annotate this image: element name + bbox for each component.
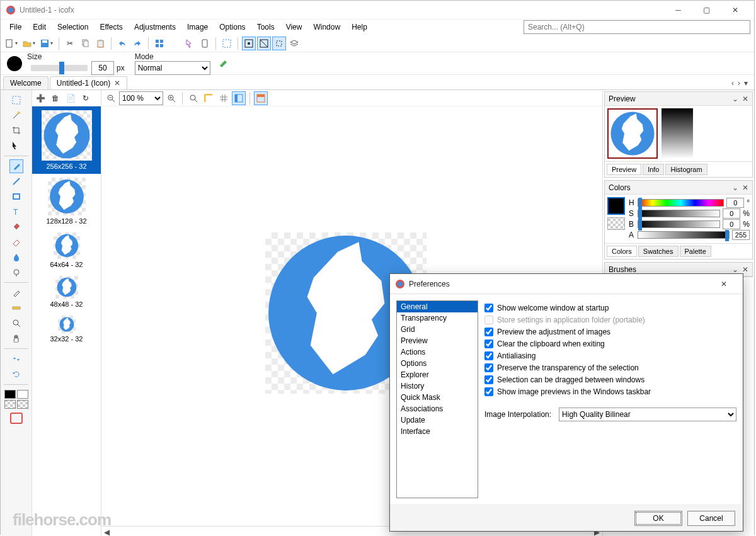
menu-adjustments[interactable]: Adjustments [129, 21, 181, 33]
menu-view[interactable]: View [281, 21, 307, 33]
tab-next[interactable]: › [738, 79, 740, 88]
close-button[interactable]: ✕ [721, 1, 749, 20]
panel-close-icon[interactable]: ✕ [742, 183, 748, 192]
sat-slider[interactable] [638, 210, 720, 217]
maximize-button[interactable]: ▢ [692, 1, 721, 20]
new-button[interactable] [3, 37, 20, 50]
save-button[interactable] [38, 37, 55, 50]
ruler-icon[interactable] [202, 91, 215, 105]
category-item[interactable]: Associations [397, 403, 478, 414]
tool-blur[interactable] [9, 250, 23, 264]
redo-button[interactable] [130, 37, 144, 50]
panel-close-icon[interactable]: ✕ [742, 94, 748, 103]
search-input[interactable] [524, 20, 750, 34]
size-slider[interactable] [31, 65, 88, 71]
menu-image[interactable]: Image [182, 21, 213, 33]
panel-collapse-icon[interactable]: ⌄ [732, 183, 738, 192]
opt-preview-adj[interactable]: Preview the adjustment of images [484, 328, 736, 336]
opt-antialias[interactable]: Antialiasing [484, 351, 736, 360]
category-item[interactable]: Transparency [397, 312, 478, 324]
tool-dodge[interactable] [9, 265, 23, 279]
panel-collapse-icon[interactable]: ⌄ [732, 265, 738, 274]
foreground-color[interactable] [607, 197, 625, 215]
dup-size-icon[interactable]: 📄 [64, 91, 77, 105]
grid-icon[interactable] [217, 91, 231, 105]
menu-edit[interactable]: Edit [28, 21, 51, 33]
thumb-item[interactable]: 32x32 - 32 [32, 312, 101, 346]
brush-extra-icon[interactable] [217, 57, 231, 71]
tool-rotate[interactable] [9, 367, 23, 381]
category-item[interactable]: Update [397, 414, 478, 426]
tool-hand[interactable] [9, 331, 23, 345]
open-button[interactable] [21, 37, 37, 50]
delete-size-icon[interactable]: 🗑 [49, 91, 62, 105]
category-item[interactable]: Grid [397, 324, 478, 335]
opt-welcome[interactable]: Show welcome window at startup [484, 304, 736, 312]
swatch[interactable] [4, 400, 16, 409]
opt-taskbar[interactable]: Show image previews in the Windows taskb… [484, 387, 736, 396]
bri-slider[interactable] [638, 220, 720, 228]
tool-marquee[interactable] [9, 93, 23, 107]
preferences-categories[interactable]: GeneralTransparencyGridPreviewActionsOpt… [396, 300, 478, 498]
alpha-input[interactable] [732, 230, 750, 240]
tool-eyedropper[interactable] [9, 286, 23, 300]
guides-icon[interactable] [272, 37, 286, 50]
close-tab-icon[interactable]: ✕ [114, 79, 120, 88]
tab-menu[interactable]: ▾ [744, 79, 748, 88]
tool-move[interactable] [9, 139, 23, 152]
tool-rect[interactable] [9, 190, 23, 203]
mode-select[interactable]: Normal [135, 61, 210, 75]
grid-center-icon[interactable] [242, 37, 256, 50]
category-item[interactable]: Quick Mask [397, 392, 478, 403]
zoom-select[interactable]: 100 % [119, 91, 163, 105]
menu-effects[interactable]: Effects [94, 21, 127, 33]
swatch[interactable] [4, 390, 16, 399]
category-item[interactable]: Explorer [397, 369, 478, 380]
copy-button[interactable] [78, 37, 92, 50]
paste-button[interactable]: 📋 [93, 37, 107, 50]
subtab-palette[interactable]: Palette [680, 246, 711, 257]
alpha-slider[interactable] [638, 231, 730, 239]
tool-eraser[interactable] [9, 235, 23, 249]
cursor-icon[interactable] [183, 37, 197, 50]
tool-zoom[interactable] [9, 316, 23, 330]
category-item[interactable]: General [397, 301, 478, 312]
cancel-button[interactable]: Cancel [687, 511, 735, 526]
bri-input[interactable] [723, 219, 740, 229]
dialog-close-button[interactable]: ✕ [709, 275, 738, 294]
record-icon[interactable] [10, 413, 23, 424]
subtab-colors[interactable]: Colors [607, 246, 637, 257]
zoom-out-icon[interactable] [104, 91, 118, 105]
category-item[interactable]: Interface [397, 426, 478, 437]
refresh-size-icon[interactable]: ↻ [79, 91, 93, 105]
menu-help[interactable]: Help [346, 21, 372, 33]
tool-text[interactable]: T [9, 205, 23, 219]
menu-tools[interactable]: Tools [252, 21, 280, 33]
apple-icon[interactable] [168, 37, 181, 50]
ok-button[interactable]: OK [634, 511, 682, 526]
cut-button[interactable]: ✂ [63, 37, 77, 50]
thumb-item[interactable]: 128x128 - 32 [32, 174, 101, 229]
tool-flip[interactable] [9, 352, 23, 366]
tool-line[interactable] [9, 174, 23, 188]
sat-input[interactable] [723, 208, 740, 219]
panel-collapse-icon[interactable]: ⌄ [732, 94, 738, 103]
menu-window[interactable]: Window [308, 21, 345, 33]
interp-select[interactable]: High Quality Bilinear [559, 408, 736, 421]
category-item[interactable]: Actions [397, 346, 478, 358]
subtab-histogram[interactable]: Histogram [665, 164, 707, 175]
thumb-item[interactable]: 48x48 - 32 [32, 272, 101, 312]
menu-file[interactable]: File [4, 21, 26, 33]
swatch[interactable] [17, 400, 28, 409]
panel-close-icon[interactable]: ✕ [742, 265, 748, 274]
opt-clear-clip[interactable]: Clear the clipboard when exiting [484, 339, 736, 348]
subtab-info[interactable]: Info [643, 164, 664, 175]
subtab-swatches[interactable]: Swatches [638, 246, 679, 257]
thumb-item[interactable]: 64x64 - 32 [32, 229, 101, 272]
background-color[interactable] [607, 217, 625, 230]
tab-prev[interactable]: ‹ [731, 79, 734, 88]
subtab-preview[interactable]: Preview [607, 164, 641, 175]
minimize-button[interactable]: ─ [664, 1, 692, 20]
undo-button[interactable] [115, 37, 129, 50]
swatch[interactable] [17, 390, 28, 399]
